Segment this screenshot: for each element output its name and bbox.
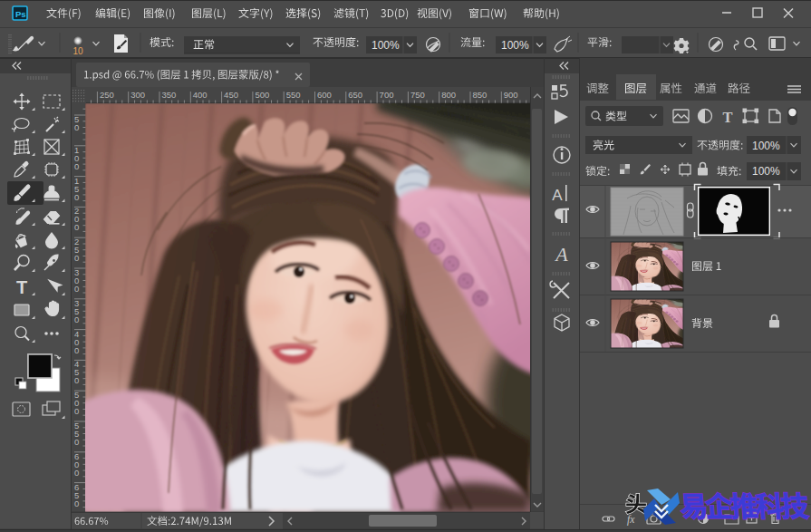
svg-text:T: T bbox=[16, 277, 27, 297]
svg-text:450: 450 bbox=[224, 90, 238, 100]
svg-text:0: 0 bbox=[74, 192, 79, 202]
svg-text:0: 0 bbox=[74, 284, 79, 294]
svg-text:fx: fx bbox=[627, 514, 635, 526]
svg-text:850: 850 bbox=[473, 90, 488, 100]
svg-text:750: 750 bbox=[410, 90, 425, 100]
svg-text:400: 400 bbox=[193, 90, 208, 100]
svg-text:600: 600 bbox=[317, 90, 332, 100]
svg-text:100%: 100% bbox=[752, 165, 780, 178]
svg-text:0: 0 bbox=[74, 375, 79, 385]
svg-text:350: 350 bbox=[162, 90, 177, 100]
svg-text:0: 0 bbox=[74, 253, 79, 263]
svg-text:250: 250 bbox=[100, 90, 114, 100]
svg-text:0: 0 bbox=[74, 345, 79, 355]
svg-text:0: 0 bbox=[74, 161, 79, 171]
svg-text:0: 0 bbox=[74, 122, 79, 132]
svg-text:T: T bbox=[722, 109, 732, 126]
svg-text:A: A bbox=[552, 187, 563, 204]
svg-text:650: 650 bbox=[348, 90, 362, 100]
svg-text:0: 0 bbox=[74, 406, 79, 416]
svg-text:0: 0 bbox=[74, 222, 79, 232]
svg-text:0: 0 bbox=[74, 498, 79, 508]
svg-text:100%: 100% bbox=[501, 39, 529, 52]
svg-text:300: 300 bbox=[130, 90, 145, 100]
svg-text:10: 10 bbox=[72, 46, 83, 56]
svg-text:100%: 100% bbox=[752, 140, 780, 152]
svg-text:700: 700 bbox=[380, 90, 394, 100]
svg-text:A: A bbox=[554, 243, 568, 266]
svg-text:0: 0 bbox=[74, 314, 79, 324]
svg-text:900: 900 bbox=[504, 90, 518, 100]
svg-text:Ps: Ps bbox=[15, 9, 26, 19]
svg-text:550: 550 bbox=[286, 90, 301, 100]
svg-text:100%: 100% bbox=[372, 39, 400, 52]
svg-text:0: 0 bbox=[74, 468, 79, 478]
svg-text:500: 500 bbox=[255, 90, 269, 100]
svg-text:0: 0 bbox=[74, 437, 79, 447]
svg-text:800: 800 bbox=[441, 90, 456, 100]
